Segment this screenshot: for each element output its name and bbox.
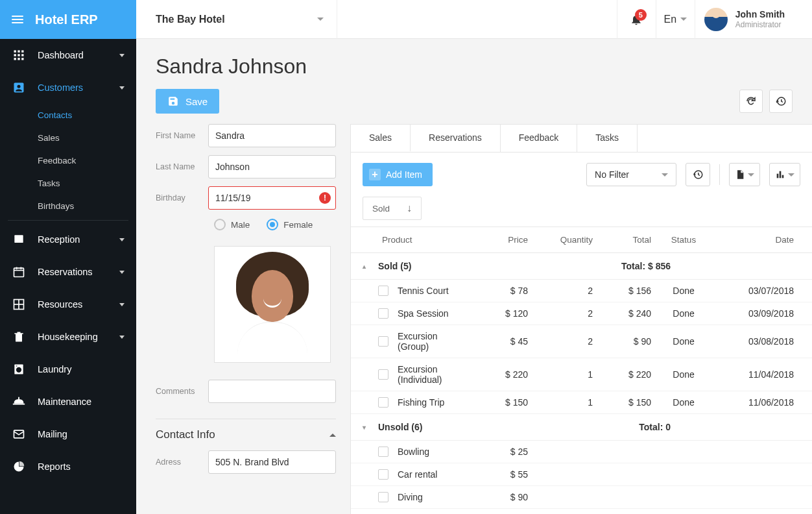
table-row[interactable]: Tennis Court $ 78 2 $ 156 Done 03/07/201… <box>351 280 812 302</box>
row-checkbox[interactable] <box>378 469 388 480</box>
filter-label: No Filter <box>595 169 629 180</box>
table-row[interactable]: Excursion (Individual) $ 220 1 $ 220 Don… <box>351 358 812 391</box>
user-menu[interactable]: John Smith Administrator <box>695 0 799 39</box>
col-price[interactable]: Price <box>463 235 528 245</box>
col-date[interactable]: Date <box>716 235 800 245</box>
svg-point-10 <box>18 85 21 88</box>
sidebar-item-mailing[interactable]: Mailing <box>0 418 136 450</box>
cell-date: 03/09/2018 <box>716 308 800 319</box>
group-row[interactable]: ▴ Sold (5) Total: $ 856 <box>351 253 812 280</box>
birthday-label: Birthday <box>156 193 208 202</box>
sidebar-item-reports[interactable]: Reports <box>0 450 136 483</box>
row-checkbox[interactable] <box>378 397 388 408</box>
table-row[interactable]: Spa Session $ 120 2 $ 240 Done 03/09/201… <box>351 302 812 325</box>
sidebar-item-label: Resources <box>38 299 108 310</box>
comments-input[interactable] <box>208 380 336 403</box>
table-row[interactable]: Old Towns Trip $ 170 <box>351 509 812 514</box>
sidebar-item-customers[interactable]: Customers <box>0 71 136 104</box>
table-row[interactable]: Car rental $ 55 <box>351 463 812 486</box>
table-row[interactable]: Fishing Trip $ 150 1 $ 150 Done 11/06/20… <box>351 391 812 414</box>
sidebar-item-resources[interactable]: Resources <box>0 288 136 321</box>
cell-total: $ 150 <box>593 397 651 408</box>
cell-status: Done <box>651 397 716 408</box>
sidebar-sub-sales[interactable]: Sales <box>0 127 136 149</box>
col-quantity[interactable]: Quantity <box>528 235 593 245</box>
contact-info-toggle[interactable]: Contact Info <box>156 419 336 450</box>
chevron-down-icon <box>119 54 125 57</box>
sidebar-sub-feedback[interactable]: Feedback <box>0 149 136 172</box>
avatar <box>704 8 728 31</box>
refresh-button[interactable] <box>739 90 763 113</box>
chevron-down-icon <box>788 173 794 177</box>
cell-total: $ 220 <box>593 369 651 380</box>
table-row[interactable]: Bowling $ 25 <box>351 441 812 463</box>
cell-price: $ 120 <box>463 308 528 319</box>
sidebar-item-dashboard[interactable]: Dashboard <box>0 39 136 71</box>
page-title: Sandra Johnson <box>156 55 793 79</box>
birthday-input[interactable] <box>208 186 336 210</box>
error-icon: ! <box>319 192 331 204</box>
tab-reservations[interactable]: Reservations <box>411 125 501 152</box>
sidebar-sub-contacts[interactable]: Contacts <box>0 104 136 127</box>
sidebar-sub-birthdays[interactable]: Birthdays <box>0 195 136 217</box>
sidebar-item-housekeeping[interactable]: Housekeeping <box>0 321 136 353</box>
tab-sales[interactable]: Sales <box>351 125 411 152</box>
save-label: Save <box>185 96 208 107</box>
export-button[interactable] <box>729 163 760 186</box>
row-checkbox[interactable] <box>378 308 388 319</box>
tab-feedback[interactable]: Feedback <box>501 125 577 152</box>
col-status[interactable]: Status <box>651 235 716 245</box>
language-selector[interactable]: En <box>656 0 695 39</box>
save-button[interactable]: Save <box>156 89 219 114</box>
filter-dropdown[interactable]: No Filter <box>586 163 676 186</box>
sidebar-sub-tasks[interactable]: Tasks <box>0 172 136 195</box>
chart-button[interactable] <box>769 163 800 186</box>
radio-female[interactable]: Female <box>267 219 313 230</box>
address-label: Adress <box>156 458 208 467</box>
hotel-selector[interactable]: The Bay Hotel <box>149 0 337 39</box>
tab-tasks[interactable]: Tasks <box>577 125 638 152</box>
first-name-input[interactable] <box>208 124 336 147</box>
svg-rect-4 <box>18 54 19 56</box>
laundry-icon <box>12 362 26 376</box>
reset-filter-button[interactable] <box>686 163 710 186</box>
radio-male[interactable]: Male <box>214 219 250 230</box>
cell-product: Tennis Court <box>398 286 463 296</box>
row-checkbox[interactable] <box>378 447 388 457</box>
group-row[interactable]: ▾ Unsold (6) Total: 0 <box>351 414 812 441</box>
sidebar-item-label: Laundry <box>38 364 125 374</box>
row-checkbox[interactable] <box>378 286 388 296</box>
sidebar-item-laundry[interactable]: Laundry <box>0 353 136 386</box>
cell-qty: 1 <box>528 369 593 380</box>
row-checkbox[interactable] <box>378 492 388 502</box>
sidebar-item-reservations[interactable]: Reservations <box>0 256 136 288</box>
group-total: Total: $ 856 <box>621 261 800 271</box>
svg-rect-27 <box>780 171 782 178</box>
sidebar-item-label: Mailing <box>38 429 125 439</box>
contact-info-label: Contact Info <box>156 428 215 441</box>
table-row[interactable]: Excursion (Group) $ 45 2 $ 90 Done 03/08… <box>351 325 812 358</box>
add-item-button[interactable]: + Add Item <box>363 163 433 186</box>
col-total[interactable]: Total <box>593 235 651 245</box>
last-name-input[interactable] <box>208 155 336 178</box>
cell-date: 03/08/2018 <box>716 336 800 347</box>
svg-rect-2 <box>21 51 23 53</box>
row-checkbox[interactable] <box>378 369 388 380</box>
sidebar-item-reception[interactable]: Reception <box>0 223 136 256</box>
refresh-icon <box>745 95 757 107</box>
cell-price: $ 90 <box>463 492 528 502</box>
table-row[interactable]: Diving $ 90 <box>351 486 812 509</box>
hamburger-icon[interactable] <box>12 16 23 23</box>
cell-date: 11/04/2018 <box>716 369 800 380</box>
address-input[interactable] <box>208 450 336 474</box>
cell-product: Car rental <box>398 469 463 480</box>
col-product[interactable]: Product <box>382 235 463 245</box>
revert-button[interactable] <box>769 90 793 113</box>
row-checkbox[interactable] <box>378 336 388 347</box>
notifications-button[interactable]: 5 <box>617 0 656 39</box>
sidebar-item-label: Dashboard <box>38 50 108 60</box>
svg-point-20 <box>16 367 21 373</box>
sidebar-item-maintenance[interactable]: Maintenance <box>0 386 136 418</box>
sort-indicator[interactable]: Sold ↓ <box>363 197 422 220</box>
svg-rect-1 <box>18 51 19 53</box>
